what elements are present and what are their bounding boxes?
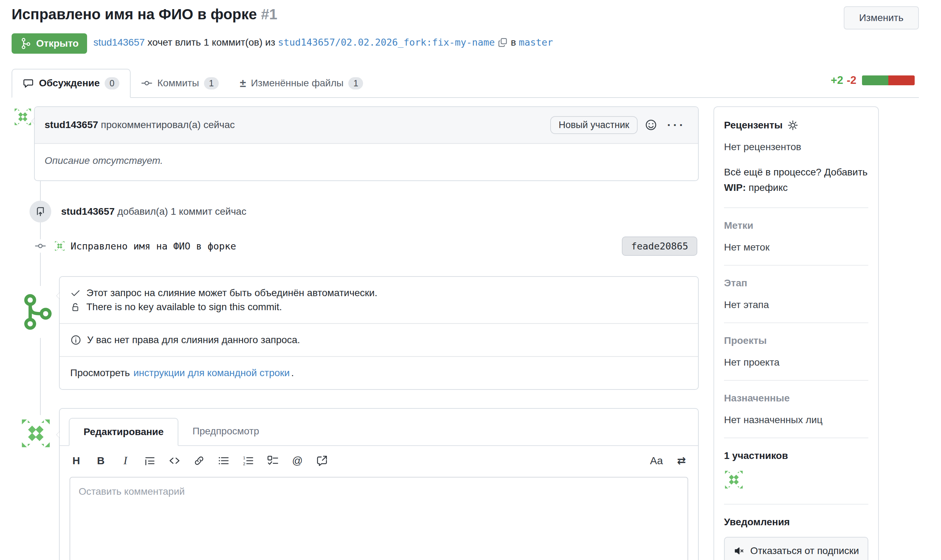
cli-instructions-link[interactable]: инструкции для командной строки bbox=[133, 366, 290, 380]
labels-title: Метки bbox=[724, 220, 868, 231]
participants-title: 1 участников bbox=[724, 450, 868, 462]
commit-icon bbox=[34, 239, 47, 252]
edit-button[interactable]: Изменить bbox=[844, 6, 919, 29]
participant-avatar[interactable] bbox=[724, 470, 744, 489]
heading-icon[interactable]: H bbox=[70, 454, 82, 467]
unordered-list-icon[interactable] bbox=[218, 454, 230, 467]
gear-icon[interactable] bbox=[788, 120, 798, 131]
no-reviewers-text: Нет рецензентов bbox=[724, 142, 868, 152]
switch-context-icon[interactable]: ⇄ bbox=[676, 454, 688, 467]
source-branch-link[interactable]: stud143657/02.02.2026_fork:fix-my-name bbox=[278, 37, 495, 48]
no-assignees-text: Нет назначенных лиц bbox=[724, 414, 868, 426]
no-labels-text: Нет меток bbox=[724, 242, 868, 253]
merge-instructions-section: Просмотреть инструкции для командной стр… bbox=[60, 357, 698, 389]
svg-text:2: 2 bbox=[243, 461, 245, 466]
font-size-icon[interactable]: Aa bbox=[650, 454, 663, 467]
commit-hash-link[interactable]: feade20865 bbox=[622, 237, 697, 256]
no-permission-text: У вас нет права для слияния данного запр… bbox=[87, 333, 300, 347]
comment-caret bbox=[28, 117, 35, 125]
editor-caret bbox=[52, 431, 60, 438]
code-icon[interactable] bbox=[168, 454, 180, 467]
reviewers-title-text: Рецензенты bbox=[724, 120, 783, 131]
svg-text:1: 1 bbox=[243, 455, 245, 460]
commit-author-avatar[interactable] bbox=[54, 241, 65, 251]
link-icon[interactable] bbox=[193, 454, 205, 467]
tab-preview[interactable]: Предпросмотр bbox=[178, 418, 273, 445]
diff-ratio-bar bbox=[862, 75, 915, 85]
merge-box-caret bbox=[52, 292, 60, 299]
italic-icon[interactable]: I bbox=[119, 454, 131, 467]
issue-number: #1 bbox=[261, 6, 278, 23]
info-icon bbox=[70, 334, 82, 346]
toolbar-right-group: Aa ⇄ bbox=[650, 454, 688, 467]
commit-icon bbox=[141, 77, 153, 89]
reviewers-title: Рецензенты bbox=[724, 120, 868, 131]
wip-suffix: префикс bbox=[746, 182, 788, 193]
comment-textarea[interactable] bbox=[69, 477, 688, 560]
current-user-avatar[interactable] bbox=[20, 418, 51, 449]
comment-byline: stud143657 прокомментировал(а) сейчас bbox=[45, 119, 543, 131]
editor-toolbar: H B I 12 @ Aa ⇄ bbox=[60, 446, 698, 473]
unsubscribe-label: Отказаться от подписки bbox=[750, 545, 859, 557]
task-list-icon[interactable] bbox=[267, 454, 279, 467]
sidebar-section-participants: 1 участников bbox=[724, 438, 868, 505]
mergeable-line: Этот запрос на слияние может быть объеди… bbox=[70, 286, 688, 300]
tab-label: Коммиты bbox=[157, 77, 199, 89]
author-link[interactable]: stud143657 bbox=[93, 37, 145, 48]
pr-meta-row: Открыто stud143657 хочет влить 1 коммит(… bbox=[12, 33, 919, 54]
pr-content: stud143657 прокомментировал(а) сейчас Но… bbox=[12, 106, 919, 560]
commit-row: Исправлено имя на ФИО в форке feade20865 bbox=[12, 237, 699, 256]
merge-check-section: Этот запрос на слияние может быть объеди… bbox=[60, 277, 698, 324]
no-milestone-text: Нет этапа bbox=[724, 299, 868, 311]
sign-warning-line: There is no key available to sign this c… bbox=[70, 300, 688, 314]
tab-edit[interactable]: Редактирование bbox=[69, 418, 178, 446]
tab-commits[interactable]: Коммиты 1 bbox=[131, 69, 229, 97]
sidebar-section-milestone: Этап Нет этапа bbox=[724, 266, 868, 323]
wip-bold[interactable]: WIP: bbox=[724, 182, 746, 193]
reference-icon[interactable] bbox=[316, 454, 328, 467]
tab-changed-files[interactable]: ± Изменённые файлы 1 bbox=[229, 69, 373, 97]
instructions-prefix: Просмотреть bbox=[70, 366, 130, 380]
ordered-list-icon[interactable]: 12 bbox=[242, 454, 254, 467]
sidebar-section-projects: Проекты Нет проекта bbox=[724, 323, 868, 381]
push-author-link[interactable]: stud143657 bbox=[61, 206, 115, 217]
comment-header: stud143657 прокомментировал(а) сейчас Но… bbox=[35, 107, 698, 144]
additions-count: +2 bbox=[831, 74, 843, 87]
instructions-line: Просмотреть инструкции для командной стр… bbox=[70, 366, 688, 380]
tab-discussion[interactable]: Обсуждение 0 bbox=[12, 69, 131, 98]
add-reaction-button[interactable] bbox=[645, 118, 657, 131]
sidebar-section-reviewers: Рецензенты Нет рецензентов Всё ещё в про… bbox=[724, 108, 868, 208]
comment-author-link[interactable]: stud143657 bbox=[45, 119, 98, 130]
page-title: Исправлено имя на ФИО в форке #1 bbox=[12, 5, 838, 24]
instructions-suffix: . bbox=[291, 366, 294, 380]
merge-permission-section: У вас нет права для слияния данного запр… bbox=[60, 324, 698, 357]
quote-icon[interactable] bbox=[144, 454, 156, 467]
deletions-count: -2 bbox=[847, 74, 856, 87]
comment-menu-button[interactable]: ··· bbox=[664, 118, 688, 132]
editor-card: Редактирование Предпросмотр H B I 12 @ bbox=[59, 408, 699, 560]
sidebar-section-assignees: Назначенные Нет назначенных лиц bbox=[724, 381, 868, 438]
diff-stats: +2 -2 bbox=[831, 74, 915, 87]
mention-icon[interactable]: @ bbox=[292, 454, 303, 467]
sidebar-section-notifications: Уведомления Отказаться от подписки bbox=[724, 505, 868, 560]
pr-title-text: Исправлено имя на ФИО в форке bbox=[12, 6, 257, 23]
unsubscribe-button[interactable]: Отказаться от подписки bbox=[724, 537, 868, 560]
pr-status-badge: Открыто bbox=[12, 33, 87, 54]
milestone-title: Этап bbox=[724, 277, 868, 289]
mute-icon bbox=[733, 545, 745, 557]
tab-count: 0 bbox=[105, 77, 119, 89]
diff-icon: ± bbox=[240, 77, 246, 89]
pr-meta-text: stud143657 хочет влить 1 коммит(ов) из s… bbox=[93, 37, 553, 50]
merge-action-text: хочет влить 1 коммит(ов) из bbox=[148, 37, 275, 48]
target-branch-link[interactable]: master bbox=[519, 37, 553, 48]
comment-body: Описание отсутствует. bbox=[35, 144, 698, 180]
copy-branch-icon[interactable] bbox=[498, 37, 508, 50]
tab-label: Обсуждение bbox=[39, 77, 100, 89]
commit-message-link[interactable]: Исправлено имя на ФИО в форке bbox=[71, 241, 622, 252]
tab-count: 1 bbox=[204, 77, 219, 89]
bold-icon[interactable]: B bbox=[95, 454, 107, 467]
no-project-text: Нет проекта bbox=[724, 357, 868, 368]
repo-push-icon bbox=[29, 201, 51, 223]
comment-editor: Редактирование Предпросмотр H B I 12 @ bbox=[59, 408, 699, 560]
smiley-icon bbox=[645, 118, 657, 131]
